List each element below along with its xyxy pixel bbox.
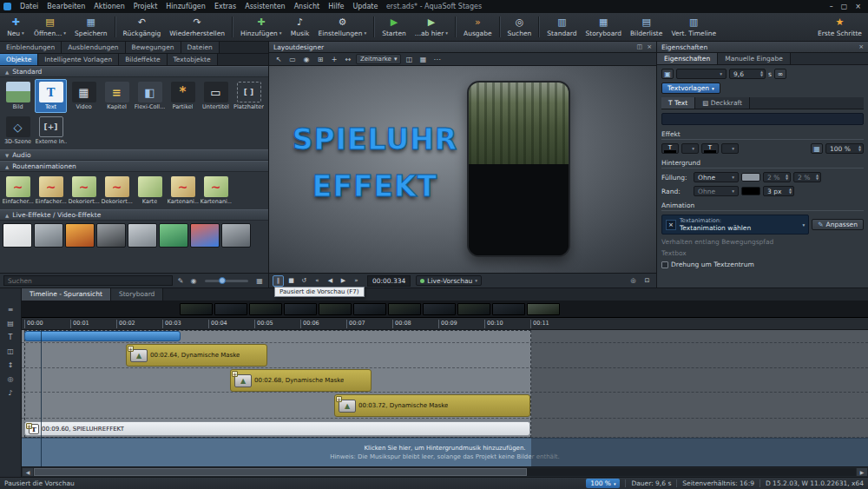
spinner-arrows-icon[interactable]: ▲▼ [858, 145, 861, 152]
padding-h-spinner[interactable]: 2 %▲▼ [763, 172, 791, 182]
menu-item[interactable]: Ansicht [290, 2, 325, 11]
section-header-routenanimationen[interactable]: ▲ Routenanimationen [0, 161, 268, 172]
toolbar-button[interactable]: ▤ Öffnen... ▾ [30, 14, 70, 40]
anpassen-button[interactable]: ✎ Anpassen [812, 219, 864, 230]
timeline-clip[interactable]: 00:03.72, Dynamische Maske [334, 394, 530, 417]
filmstrip-thumbnail[interactable] [249, 303, 282, 315]
padding-v-spinner[interactable]: 2 %▲▼ [793, 172, 821, 182]
toolbar-button[interactable]: ▾ [232, 17, 233, 37]
toolbar-button[interactable]: ↶ Rückgängig ▾ [119, 14, 166, 40]
close-icon[interactable]: × [647, 43, 652, 50]
textanimation-combo[interactable]: × Textanimation: Textanimation wählen ▾ [661, 215, 809, 235]
toolbar-button[interactable]: ▾ [538, 17, 540, 37]
section-header-audio[interactable]: ▼ Audio [0, 149, 268, 161]
link-icon[interactable]: ▣ [661, 69, 674, 79]
toolbar-button[interactable]: ▥ Standard ▾ [542, 14, 581, 40]
transport-button[interactable]: ‖ [273, 275, 284, 287]
opacity-spinner[interactable]: 100 % ▲▼ [825, 143, 864, 154]
object-tab[interactable]: Intelligente Vorlagen [38, 54, 119, 65]
filmstrip-thumbnail[interactable] [492, 303, 525, 315]
expand-icon[interactable] [26, 423, 32, 429]
toolbar-button[interactable]: ♪ Musik ▾ [286, 14, 314, 40]
filmstrip-thumbnail[interactable] [319, 303, 352, 315]
object-tab[interactable]: Objekte [0, 54, 38, 65]
palette-item[interactable]: ~ Dekoriert... [68, 174, 100, 208]
properties-tab[interactable]: Eigenschaften [657, 53, 718, 64]
font-color-button[interactable]: T [661, 143, 679, 154]
designer-tool-icon[interactable]: ↖ [273, 54, 285, 64]
toolbar-button[interactable]: ▤ Bilderliste ▾ [626, 14, 667, 40]
timeline-clip[interactable]: 00:09.60, SPIELUHREFFEKT [24, 421, 530, 436]
filmstrip-thumbnail[interactable] [388, 303, 421, 315]
close-icon[interactable]: × [858, 43, 864, 50]
fill-color-swatch[interactable] [741, 173, 760, 182]
designer-tool-icon[interactable]: ⋯ [431, 54, 443, 64]
timeline-tool-icon[interactable]: ◎ [4, 373, 16, 384]
duration-spinner[interactable]: 9,6 ▲▼ [729, 69, 766, 79]
filmstrip-thumbnail[interactable] [423, 303, 456, 315]
chevron-down-icon[interactable]: ▾ [364, 30, 366, 36]
menu-item[interactable]: Projekt [129, 2, 162, 11]
palette-item[interactable]: [ ] Platzhalter [233, 79, 265, 113]
toolbar-button[interactable]: ▶ Starten ▾ [378, 14, 411, 40]
toolbar-button[interactable]: ▶ ...ab hier ▾ [411, 14, 452, 40]
menu-item[interactable]: Hinzufügen [161, 2, 210, 11]
properties-tab[interactable]: Manuelle Eingabe [718, 53, 791, 64]
zeitmarke-combo[interactable]: Zeitmarke ▾ [356, 54, 401, 64]
filmstrip-thumbnail[interactable] [353, 303, 386, 315]
toolbar-button[interactable]: ▾ [373, 17, 375, 37]
category-tab[interactable]: Bewegungen [126, 42, 181, 53]
outline-color-button[interactable]: T [701, 143, 719, 154]
palette-item[interactable]: * Partikel [167, 79, 199, 113]
toolbar-button[interactable]: ✚ Neu ▾ [2, 14, 30, 40]
chevron-down-icon[interactable]: ▾ [279, 30, 282, 36]
designer-tool-icon[interactable]: ▭ [286, 54, 299, 64]
timeline-clip[interactable]: 00:02.64, Dynamische Maske [126, 344, 267, 367]
erste-schritte-button[interactable]: ★ Erste Schritte [813, 14, 866, 40]
category-tab[interactable]: Dateien [181, 42, 220, 53]
fuellung-combo[interactable]: Ohne▾ [694, 172, 739, 182]
object-tab[interactable]: Bildeffekte [119, 54, 167, 65]
palette-item[interactable]: ~ Einfacher... [35, 174, 67, 208]
filmstrip-thumbnail[interactable] [180, 303, 213, 315]
effect-thumbnail[interactable] [65, 223, 95, 248]
effect-thumbnail[interactable] [190, 223, 220, 248]
object-tab[interactable]: Textobjekte [168, 54, 218, 65]
scrollbar-thumb[interactable] [34, 468, 527, 476]
palette-item[interactable]: ~ Dekoriert... [101, 174, 133, 208]
toolbar-button[interactable]: ▦ Speichern ▾ [70, 14, 111, 40]
designer-tool-icon[interactable]: ▦ [417, 54, 429, 64]
timeline-tool-icon[interactable]: ↕ [4, 360, 16, 370]
menu-item[interactable]: Bearbeiten [43, 2, 89, 11]
filmstrip-thumbnail[interactable] [214, 303, 247, 315]
menu-item[interactable]: Extras [210, 2, 240, 11]
text-input-field[interactable] [661, 113, 864, 125]
category-tab[interactable]: Einblendungen [0, 42, 62, 53]
close-button[interactable]: × [855, 3, 861, 10]
effect-thumbnail[interactable] [159, 223, 188, 248]
designer-tool-icon[interactable]: + [328, 54, 340, 64]
palette-item[interactable]: ~ Kartenani... [167, 174, 199, 208]
time-ruler[interactable]: 00:0000:0100:0200:0300:0400:0500:0600:07… [22, 318, 868, 330]
effect-thumbnail[interactable] [221, 223, 251, 248]
pin-icon[interactable]: ◫ [637, 43, 643, 50]
chevron-down-icon[interactable]: ▾ [22, 30, 24, 36]
expand-icon[interactable] [336, 396, 342, 402]
palette-item[interactable]: ≡ Kapitel [101, 79, 133, 113]
expand-icon[interactable] [128, 346, 134, 352]
timeline-tab[interactable]: Timeline - Spuransicht [22, 288, 111, 301]
palette-item[interactable]: Karte [134, 174, 166, 208]
effect-thumbnail[interactable] [34, 223, 63, 248]
preview-canvas[interactable]: SPIELUHR EFFEKT [269, 66, 656, 273]
designer-tool-icon[interactable]: ↔ [342, 54, 354, 64]
timeline-zoom-badge[interactable]: 100 % ▾ [586, 479, 620, 488]
designer-tool-icon[interactable]: ⊞ [314, 54, 326, 64]
text-subtab[interactable]: ▧ Deckkraft [695, 97, 750, 109]
effect-thumbnail[interactable] [3, 223, 32, 248]
timeline-tool-icon[interactable]: ▤ [4, 318, 16, 328]
transport-button[interactable]: ■ [286, 275, 297, 287]
palette-item[interactable]: ~ Kartenani... [200, 174, 232, 208]
transport-button[interactable]: « [312, 275, 323, 287]
toolbar-button[interactable]: ✚ Hinzufügen ▾ [236, 14, 286, 40]
remove-animation-icon[interactable]: × [666, 220, 676, 230]
